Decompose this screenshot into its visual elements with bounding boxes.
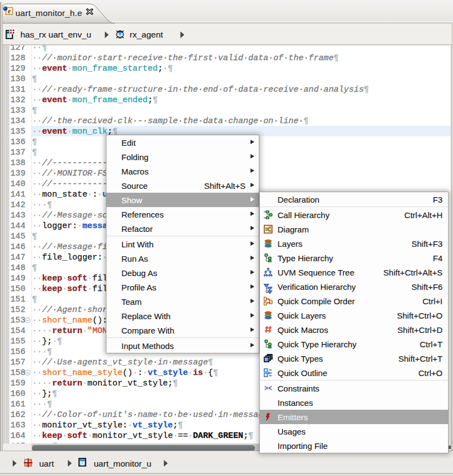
svg-text:U: U [81, 461, 84, 467]
svg-text:U: U [118, 31, 122, 38]
svg-text:><: >< [264, 384, 272, 392]
svg-text:e: e [8, 7, 11, 15]
svg-text:u: u [7, 32, 11, 39]
